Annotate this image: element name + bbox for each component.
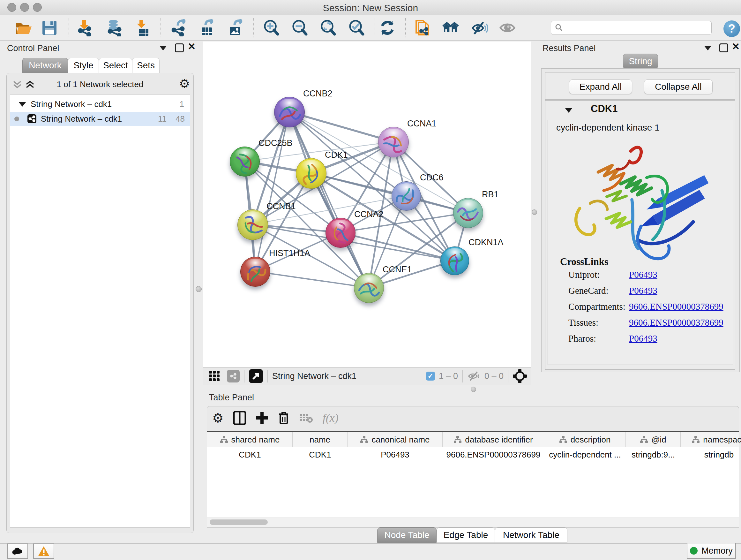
export-table-button[interactable] — [199, 19, 215, 36]
hide-panels-icon[interactable] — [471, 19, 488, 36]
tab-edge-table[interactable]: Edge Table — [436, 527, 495, 543]
tab-network[interactable]: Network — [22, 58, 68, 73]
tab-network-table[interactable]: Network Table — [495, 527, 567, 543]
crosslink-link[interactable]: 9606.ENSP00000378699 — [629, 317, 724, 328]
table-cell[interactable]: cyclin-dependent ... — [544, 447, 626, 462]
table-cell[interactable]: stringdb:9... — [626, 447, 681, 462]
import-table-file-button[interactable] — [134, 19, 151, 36]
add-column-icon[interactable] — [256, 412, 268, 424]
birds-eye-view-icon[interactable] — [208, 370, 220, 382]
node-label-cdk1: CDK1 — [325, 150, 348, 160]
import-network-database-button[interactable] — [106, 19, 122, 36]
show-panels-icon[interactable] — [499, 19, 516, 36]
results-panel-close-button[interactable]: ✕ — [732, 43, 740, 50]
control-panel-float-button[interactable] — [159, 46, 166, 51]
network-node-ccna2[interactable] — [326, 218, 355, 248]
control-panel-maximize-button[interactable] — [175, 44, 184, 52]
network-icon — [27, 114, 37, 123]
column-header-shared-name[interactable]: shared name — [207, 432, 293, 447]
home-icon[interactable] — [442, 19, 459, 36]
toolbar-search-field[interactable] — [551, 21, 712, 35]
tab-style[interactable]: Style — [68, 58, 99, 73]
refresh-button[interactable] — [379, 19, 396, 36]
results-tab-string[interactable]: String — [623, 54, 658, 69]
clone-network-button[interactable] — [414, 19, 431, 36]
crosslink-label: GeneCard: — [568, 286, 629, 296]
network-edge-ccnb2-ccne1[interactable] — [289, 112, 368, 288]
column-header-namespace[interactable]: namespace — [681, 432, 741, 447]
column-header--id[interactable]: @id — [626, 432, 681, 447]
open-in-window-button[interactable] — [249, 369, 263, 383]
table-cell[interactable]: P06493 — [347, 447, 443, 462]
gene-section-caret[interactable] — [565, 108, 572, 113]
results-panel-float-button[interactable] — [704, 46, 711, 51]
zoom-out-button[interactable] — [291, 19, 308, 36]
tree-expand-caret[interactable] — [18, 102, 26, 107]
memory-button[interactable]: Memory — [687, 543, 736, 559]
network-node-rb1[interactable] — [453, 198, 483, 228]
column-header-name[interactable]: name — [293, 432, 347, 447]
table-cell[interactable]: CDK1 — [293, 447, 347, 462]
export-network-button[interactable] — [170, 19, 187, 36]
network-edge-ccne1-hist1h1a[interactable] — [255, 271, 368, 288]
tab-select[interactable]: Select — [99, 58, 132, 73]
delete-column-icon[interactable] — [278, 411, 289, 425]
tab-node-table[interactable]: Node Table — [377, 527, 436, 543]
table-hscrollbar[interactable] — [207, 517, 739, 527]
table-cell[interactable]: stringdb — [681, 447, 741, 462]
zoom-selected-button[interactable] — [348, 19, 365, 36]
table-cell[interactable]: 9606.ENSP00000378699 — [443, 447, 544, 462]
network-node-ccne1[interactable] — [354, 273, 384, 303]
clear-table-icon[interactable] — [299, 412, 313, 424]
crosslink-link[interactable]: P06493 — [629, 286, 657, 296]
open-session-button[interactable] — [15, 19, 32, 36]
column-header-description[interactable]: description — [544, 432, 626, 447]
cloud-status-button[interactable] — [7, 543, 28, 559]
table-row[interactable]: CDK1CDK1P064939606.ENSP00000378699cyclin… — [207, 447, 739, 462]
network-tree-row-selected[interactable]: String Network – cdk1 11 48 — [10, 112, 190, 126]
memory-label: Memory — [701, 546, 733, 556]
network-node-hist1h1a[interactable] — [240, 257, 270, 287]
network-share-icon[interactable] — [227, 370, 240, 382]
results-panel-maximize-button[interactable] — [719, 44, 728, 52]
crosslink-link[interactable]: P06493 — [629, 269, 657, 280]
left-splitter-handle[interactable] — [196, 286, 202, 292]
network-node-ccnb1[interactable] — [238, 209, 268, 240]
network-edge-ccnb2-hist1h1a[interactable] — [255, 112, 289, 271]
crosslink-link[interactable]: 9606.ENSP00000378699 — [629, 301, 724, 312]
export-image-button[interactable] — [227, 19, 244, 36]
help-button[interactable]: ? — [724, 20, 740, 37]
network-node-cdkn1a[interactable] — [441, 246, 469, 275]
node-label-ccna2: CCNA2 — [354, 209, 384, 219]
table-settings-gear-icon[interactable]: ⚙ — [212, 412, 224, 424]
crosslink-link[interactable]: P06493 — [629, 333, 657, 344]
table-cell[interactable]: CDK1 — [207, 447, 293, 462]
zoom-in-button[interactable] — [263, 19, 280, 36]
crosslink-row: Compartments:9606.ENSP00000378699 — [568, 301, 728, 312]
control-panel-close-button[interactable]: ✕ — [188, 43, 196, 50]
network-node-cdc6[interactable] — [392, 181, 421, 211]
network-canvas[interactable]: CCNB2CCNA1CDC25BCDK1CDC6RB1CCNB1CCNA2CDK… — [203, 42, 531, 367]
search-input[interactable] — [563, 23, 705, 33]
network-node-ccnb2[interactable] — [274, 97, 305, 127]
show-columns-icon[interactable] — [233, 411, 246, 425]
network-node-cdc25b[interactable] — [230, 146, 260, 177]
network-node-cdk1[interactable] — [296, 158, 327, 189]
warnings-button[interactable] — [33, 543, 54, 559]
zoom-fit-button[interactable] — [320, 19, 336, 36]
network-options-gear-icon[interactable]: ⚙ — [179, 78, 190, 90]
selected-checkbox[interactable]: ✓ — [426, 372, 435, 381]
column-header-canonical-name[interactable]: canonical name — [347, 432, 443, 447]
collapse-all-button[interactable]: Collapse All — [644, 79, 713, 94]
function-builder-button[interactable]: f(x) — [323, 411, 339, 425]
network-edge-ccnb2-ccna1[interactable] — [289, 112, 393, 142]
expand-all-button[interactable]: Expand All — [569, 79, 632, 94]
table-hscrollbar-thumb[interactable] — [210, 519, 268, 525]
fit-selected-crosshair-icon[interactable] — [513, 369, 527, 383]
import-network-file-button[interactable] — [76, 19, 92, 36]
network-node-ccna1[interactable] — [378, 127, 409, 158]
column-header-database-identifier[interactable]: database identifier — [443, 432, 544, 447]
network-tree-root-row[interactable]: String Network – cdk1 1 — [10, 97, 190, 111]
save-session-button[interactable] — [41, 19, 58, 36]
tab-sets[interactable]: Sets — [132, 58, 159, 73]
